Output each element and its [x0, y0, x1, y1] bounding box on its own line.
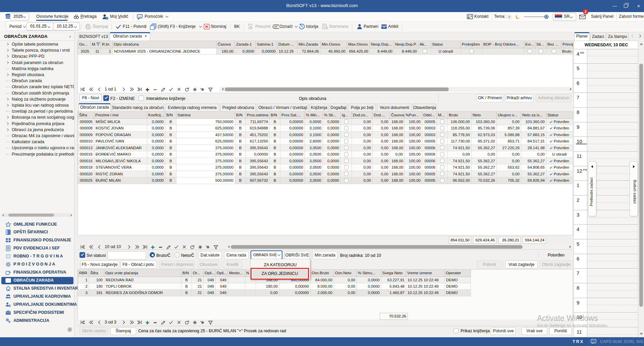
svg-text:i: i: [107, 17, 107, 19]
